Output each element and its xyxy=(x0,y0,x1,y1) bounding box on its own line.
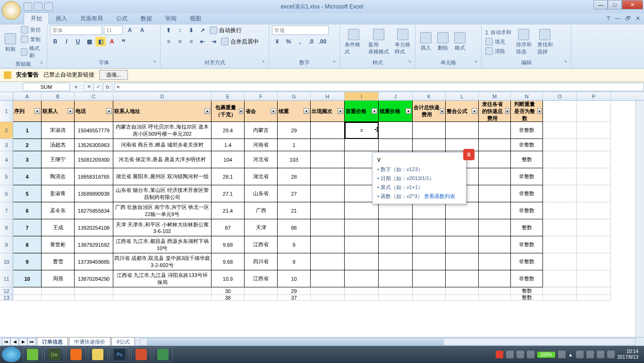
increase-decimal-icon[interactable]: .0 xyxy=(306,37,316,46)
underline-button[interactable]: U xyxy=(73,37,83,46)
ime-func-link[interactable]: 查看函数列表 xyxy=(424,193,455,199)
tray-network-icon[interactable] xyxy=(517,351,524,358)
column-header-I[interactable]: I xyxy=(345,92,379,100)
data-cell[interactable] xyxy=(311,168,345,185)
filter-dropdown-icon[interactable]: ▼ xyxy=(440,108,444,114)
data-cell[interactable]: 非整数 xyxy=(511,253,543,270)
data-cell[interactable] xyxy=(311,236,345,253)
data-cell[interactable] xyxy=(345,202,379,219)
italic-button[interactable]: I xyxy=(61,37,72,46)
data-cell[interactable] xyxy=(446,122,479,139)
data-cell[interactable] xyxy=(413,139,446,151)
row-header-9[interactable]: 9 xyxy=(0,236,13,253)
name-box[interactable]: SUM xyxy=(23,83,70,91)
data-cell[interactable] xyxy=(113,295,212,301)
data-cell[interactable]: 周燕 xyxy=(42,270,75,287)
empty-cell[interactable] xyxy=(577,219,611,236)
data-cell[interactable]: 非整数 xyxy=(511,168,543,185)
row-header-6[interactable]: 6 xyxy=(0,185,13,202)
tray-wifi-icon[interactable] xyxy=(597,351,604,358)
data-cell[interactable] xyxy=(13,287,42,295)
data-cell[interactable]: 整数 xyxy=(511,287,543,295)
data-cell[interactable]: 8 xyxy=(13,236,42,253)
office-button[interactable] xyxy=(2,1,21,20)
column-header-M[interactable]: M xyxy=(479,92,511,100)
taskbar-dw[interactable]: Dw xyxy=(44,347,64,362)
phonetic-button[interactable]: ᵂ xyxy=(118,37,128,46)
row-header-7[interactable]: 7 xyxy=(0,202,13,219)
header-cell[interactable]: 包裹重量（千克）▼ xyxy=(212,101,245,122)
tray-shield-icon[interactable] xyxy=(527,351,534,358)
taskbar-ps[interactable]: Ps xyxy=(110,347,129,362)
empty-cell[interactable] xyxy=(543,202,577,219)
data-cell[interactable] xyxy=(245,287,278,295)
sheet-tab-pricing[interactable]: 中通快递报价 xyxy=(69,337,110,346)
empty-cell[interactable] xyxy=(577,122,611,139)
data-cell[interactable] xyxy=(379,287,413,295)
start-button[interactable] xyxy=(2,347,21,362)
data-cell[interactable]: 103 xyxy=(278,151,311,168)
data-cell[interactable]: 整数 xyxy=(511,295,543,301)
empty-cell[interactable] xyxy=(543,295,577,301)
data-cell[interactable]: 18275855834 xyxy=(75,202,113,219)
empty-cell[interactable] xyxy=(543,122,577,139)
data-cell[interactable] xyxy=(413,202,446,219)
data-cell[interactable] xyxy=(479,168,511,185)
data-cell[interactable]: 9 xyxy=(278,253,311,270)
data-cell[interactable]: 整数 xyxy=(511,219,543,236)
data-cell[interactable]: 9.68 xyxy=(212,253,245,270)
data-cell[interactable] xyxy=(311,122,345,139)
data-cell[interactable] xyxy=(311,139,345,151)
data-cell[interactable] xyxy=(479,219,511,236)
minimize-button[interactable]: — xyxy=(593,0,608,9)
name-box-dropdown-icon[interactable]: ▾ xyxy=(75,84,77,90)
data-cell[interactable]: 38 xyxy=(212,295,245,301)
data-cell[interactable]: 2 xyxy=(13,139,42,151)
data-cell[interactable] xyxy=(479,139,511,151)
data-cell[interactable] xyxy=(42,295,75,301)
column-header-F[interactable]: F xyxy=(245,92,278,100)
header-cell[interactable]: 电话▼ xyxy=(75,101,113,122)
data-cell[interactable] xyxy=(311,151,345,168)
taskbar-excel[interactable] xyxy=(153,347,173,362)
tab-data[interactable]: 数据 xyxy=(134,13,159,25)
data-cell[interactable]: 陶清志 xyxy=(42,168,75,185)
data-cell[interactable]: 27 xyxy=(278,185,311,202)
tray-app-icon[interactable] xyxy=(576,351,584,358)
data-cell[interactable]: 宋淑清 xyxy=(42,122,75,139)
wrap-text-button[interactable]: 自动换行 xyxy=(209,26,243,35)
filter-dropdown-icon[interactable]: ▼ xyxy=(406,108,411,114)
data-cell[interactable]: 4 xyxy=(13,168,42,185)
data-cell[interactable] xyxy=(479,202,511,219)
help-icon[interactable]: ? xyxy=(607,15,610,22)
column-header-K[interactable]: K xyxy=(413,92,446,100)
data-cell[interactable] xyxy=(446,236,479,253)
taskbar-ie[interactable] xyxy=(23,347,42,362)
header-cell[interactable]: 判断重量是否为整数▼ xyxy=(511,101,543,122)
row-header-4[interactable]: 4 xyxy=(0,151,13,168)
data-cell[interactable]: 6 xyxy=(13,202,42,219)
decrease-font-icon[interactable]: A xyxy=(137,26,147,35)
clear-button[interactable]: 清除 xyxy=(484,47,512,55)
data-cell[interactable]: =✢ xyxy=(345,122,379,139)
empty-cell[interactable] xyxy=(543,236,577,253)
data-cell[interactable] xyxy=(413,219,446,236)
column-header-B[interactable]: B xyxy=(42,92,75,100)
tab-home[interactable]: 开始 xyxy=(24,12,49,25)
orientation-icon[interactable]: ↗ xyxy=(197,26,208,35)
maximize-button[interactable]: □ xyxy=(608,0,622,9)
data-cell[interactable] xyxy=(379,253,413,270)
row-header-8[interactable]: 8 xyxy=(0,219,13,236)
data-cell[interactable] xyxy=(479,236,511,253)
data-cell[interactable]: 内蒙古 xyxy=(245,122,278,139)
filter-dropdown-icon[interactable]: ▼ xyxy=(472,108,477,114)
data-cell[interactable]: 山东省 烟台市,莱山区 经济技术开发区荣昌制药有限公司 xyxy=(113,185,212,202)
data-cell[interactable] xyxy=(379,219,413,236)
format-table-button[interactable]: 套用 表格格式 xyxy=(366,28,391,56)
data-cell[interactable]: 27.1 xyxy=(212,185,245,202)
data-cell[interactable]: 山东省 xyxy=(245,185,278,202)
empty-cell[interactable] xyxy=(543,219,577,236)
vertical-scrollbar[interactable] xyxy=(636,101,644,337)
ime-hint-expr[interactable]: • 算式（如：v1+1） xyxy=(377,183,461,192)
column-header-P[interactable]: P xyxy=(577,92,611,100)
